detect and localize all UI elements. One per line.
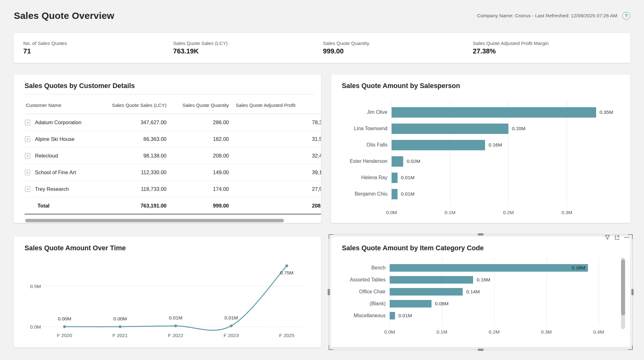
line-series [65, 266, 287, 330]
bar-row: Benjamin Chiu0.01M [342, 186, 619, 202]
table-row[interactable]: +Alpine Ski House86,363.00182.0031,5 [25, 131, 321, 147]
category-label: Helena Ray [342, 175, 392, 180]
customer-table-body: +Adatum Corporation347,627.00286.0078,3+… [25, 114, 321, 214]
kpi-value: 763.19K [173, 47, 323, 55]
bar[interactable] [390, 312, 395, 319]
kpi-card-strip: No. of Sales Quotes 71 Sales Quote Sales… [14, 33, 630, 63]
vertical-scrollbar[interactable] [621, 258, 625, 329]
data-point[interactable] [174, 324, 177, 327]
bar[interactable] [392, 107, 596, 118]
resize-handle-top[interactable] [478, 233, 483, 235]
bar[interactable]: 0.38M [390, 264, 588, 272]
bar-value-label: 0.02M [407, 158, 420, 164]
column-header[interactable]: Customer Name [25, 97, 103, 114]
report-canvas: Sales Quote Overview Company Name: Cronu… [0, 0, 644, 360]
focus-mode-icon[interactable] [614, 235, 620, 240]
table-row[interactable]: +School of Fine Art112,330.00149.0039,1 [25, 164, 321, 181]
company-refresh-text: Company Name: Cronus - Last Refreshed: 1… [477, 13, 617, 19]
bar[interactable] [390, 300, 432, 307]
x-axis-tick-label: 0.4M [593, 329, 604, 335]
column-header[interactable]: Sales Quote Sales (LCY) [103, 97, 171, 114]
bar-track: 0.20M [392, 124, 619, 134]
bar-track: 0.14M [390, 288, 619, 296]
kpi-no-of-sales-quotes: No. of Sales Quotes 71 [23, 41, 173, 55]
title-divider [25, 94, 315, 94]
bar-row: Jim Olive0.35M [342, 104, 619, 120]
kpi-sales-quote-sales: Sales Quote Sales (LCY) 763.19K [173, 41, 323, 55]
category-label: Lina Townsend [342, 126, 392, 131]
bar-track: 0.01M [392, 189, 619, 199]
expand-icon[interactable]: + [25, 120, 30, 125]
cell-value: 32,4 [233, 147, 321, 164]
bar-value-label: 0.01M [398, 313, 412, 318]
kpi-value: 71 [23, 47, 173, 55]
table-row[interactable]: +Adatum Corporation347,627.00286.0078,3 [25, 114, 321, 131]
table-row[interactable]: +Relecloud98,138.00208.0032,4 [25, 147, 321, 164]
data-point[interactable] [119, 325, 121, 328]
cell-value: 39,1 [233, 164, 321, 181]
horizontal-scrollbar[interactable] [25, 219, 310, 222]
bar-row: Assorted Tables0.16M [342, 274, 619, 286]
cell-value: 999.00 [171, 197, 233, 214]
bar[interactable] [392, 124, 508, 134]
column-header[interactable]: Sales Quote Quantity [171, 97, 233, 114]
kpi-value: 27.38% [473, 47, 623, 55]
vertical-scrollbar-thumb[interactable] [621, 259, 625, 315]
table-row[interactable]: +Trey Research118,733.00174.0027,5 [25, 181, 321, 197]
bar[interactable] [390, 288, 463, 296]
bar-row: Bench0.38M [342, 262, 619, 274]
kpi-value: 999.00 [323, 47, 473, 55]
salesperson-visual: Sales Quote Amount by Salesperson Jim Ol… [331, 75, 630, 223]
bar[interactable] [392, 189, 398, 199]
x-axis: 0.0M0.1M0.2M0.3M [392, 206, 619, 217]
x-axis-tick-label: 0.2M [489, 329, 500, 335]
data-point[interactable] [285, 264, 288, 267]
cell-value: 86,363.00 [103, 131, 171, 147]
salesperson-bar-chart: Jim Olive0.35MLina Townsend0.20MOtis Fal… [342, 104, 619, 217]
data-point[interactable] [230, 324, 233, 327]
cell-value: 98,138.00 [103, 147, 171, 164]
x-axis-tick-label: 0.3M [562, 210, 572, 215]
bar-value-label: 0.16M [477, 277, 490, 283]
bar[interactable] [392, 156, 403, 167]
x-axis-tick-label: F 2022 [168, 333, 183, 338]
data-point-label: 0.01M [224, 315, 238, 320]
resize-handle-bottom[interactable] [478, 349, 483, 351]
resize-handle-left[interactable] [328, 289, 330, 295]
expand-icon[interactable]: + [25, 136, 30, 142]
expand-icon[interactable]: + [25, 186, 30, 192]
x-axis-tick-label: F 2023 [223, 333, 239, 338]
visual-title: Sales Quotes by Customer Details [25, 81, 321, 90]
horizontal-scrollbar-thumb[interactable] [25, 219, 284, 222]
help-icon[interactable]: ? [622, 12, 630, 20]
resize-handle-right[interactable] [631, 289, 634, 295]
column-header[interactable]: Sales Quote Adjusted Profit [233, 97, 321, 114]
bar-track: 0.08M [390, 300, 619, 307]
kpi-label: No. of Sales Quotes [23, 41, 173, 46]
category-label: Assorted Tables [342, 277, 390, 283]
cell-value: 78,3 [233, 114, 321, 131]
customer-name: Adatum Corporation [35, 119, 82, 125]
bar[interactable] [392, 173, 398, 183]
cell-value: 347,627.00 [103, 114, 171, 131]
x-axis-tick-label: F 2025 [279, 333, 294, 338]
cell-value: 27,5 [233, 181, 321, 197]
customer-name: Alpine Ski House [35, 136, 75, 142]
bar-track: 0.35M [392, 107, 619, 118]
item-category-bar-chart: Bench0.38MAssorted Tables0.16MOffice Cha… [342, 262, 619, 336]
expand-icon[interactable]: + [25, 153, 30, 158]
table-total-row: Total763,191.00999.00208,9 [25, 197, 321, 214]
more-options-icon[interactable] [624, 235, 630, 240]
filter-icon[interactable] [605, 235, 610, 240]
bar[interactable] [392, 140, 485, 150]
bar[interactable] [390, 276, 473, 284]
customer-name: Trey Research [35, 186, 69, 192]
y-axis-tick-label: 0.5M [30, 284, 41, 289]
customer-name: School of Fine Art [35, 169, 76, 175]
data-point[interactable] [63, 325, 66, 328]
amount-over-time-visual: Sales Quote Amount Over Time 0.0M0.5M0.0… [14, 237, 321, 347]
category-label: Jim Olive [342, 109, 392, 115]
kpi-label: Sales Quote Sales (LCY) [173, 41, 323, 46]
expand-icon[interactable]: + [25, 170, 30, 175]
cell-value: 182.00 [171, 131, 233, 147]
